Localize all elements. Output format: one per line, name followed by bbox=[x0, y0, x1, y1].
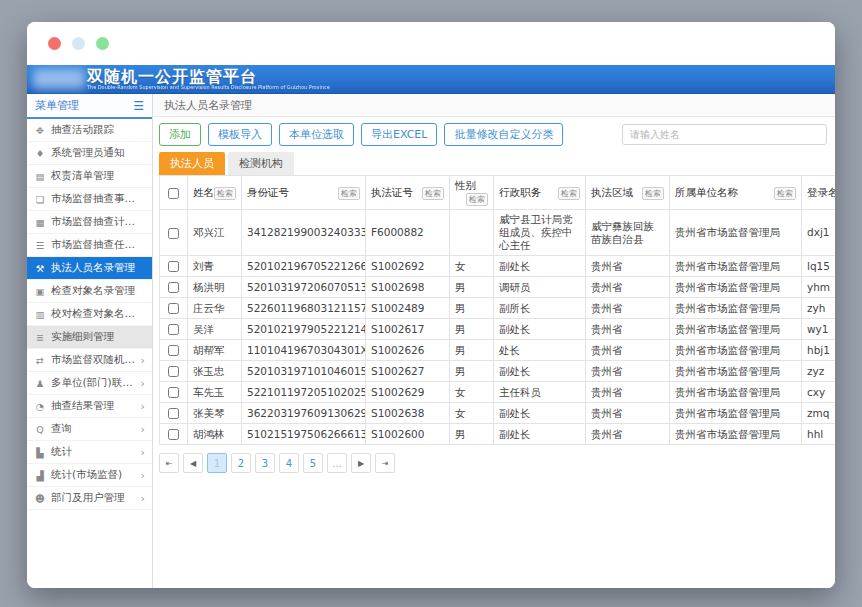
sidebar-item-inspection-target-directory[interactable]: ▣ 检查对象名录管理 bbox=[27, 280, 152, 303]
sidebar-item-law-officer-directory[interactable]: ⚒ 执法人员名录管理 bbox=[27, 257, 152, 280]
column-search-button-gender[interactable]: 检索 bbox=[466, 193, 488, 206]
cell-position: 副所长 bbox=[494, 298, 586, 319]
row-checkbox[interactable] bbox=[168, 366, 179, 377]
cell-name: 邓兴江 bbox=[188, 210, 242, 256]
row-select-cell bbox=[160, 319, 188, 340]
chevron-right-icon: › bbox=[141, 354, 145, 367]
id-badge-icon: ▥ bbox=[34, 309, 46, 320]
row-checkbox[interactable] bbox=[168, 408, 179, 419]
column-header-organization: 所属单位名称检索 bbox=[670, 176, 802, 210]
next-page-button[interactable]: ▶ bbox=[351, 453, 371, 473]
cell-region: 贵州省 bbox=[586, 277, 670, 298]
page-2-button[interactable]: 2 bbox=[231, 453, 251, 473]
cell-login-name: zyz bbox=[802, 361, 836, 382]
sidebar-item-inspection-results[interactable]: ◔ 抽查结果管理 › bbox=[27, 395, 152, 418]
sidebar-item-duty-list-management[interactable]: ▤ 权责清单管理 bbox=[27, 165, 152, 188]
sidebar-item-query[interactable]: Q 查询 › bbox=[27, 418, 152, 441]
row-select-cell bbox=[160, 424, 188, 445]
cell-organization: 贵州省市场监督管理局 bbox=[670, 361, 802, 382]
column-search-button-name[interactable]: 检索 bbox=[214, 187, 236, 200]
cell-name: 张美琴 bbox=[188, 403, 242, 424]
table-row: 车先玉522101197205102025S1002629女主任科员贵州省贵州省… bbox=[160, 382, 836, 403]
column-search-button-region[interactable]: 检索 bbox=[642, 187, 664, 200]
select-own-unit-button[interactable]: 本单位选取 bbox=[279, 123, 354, 146]
row-checkbox[interactable] bbox=[168, 429, 179, 440]
cell-name: 刘青 bbox=[188, 256, 242, 277]
cell-region: 贵州省 bbox=[586, 361, 670, 382]
template-import-button[interactable]: 模板导入 bbox=[208, 123, 272, 146]
row-checkbox[interactable] bbox=[168, 282, 179, 293]
sidebar-item-statistics[interactable]: ▙ 统计 › bbox=[27, 441, 152, 464]
cell-region: 贵州省 bbox=[586, 424, 670, 445]
cell-organization: 贵州省市场监督管理局 bbox=[670, 424, 802, 445]
fullscreen-button[interactable] bbox=[96, 37, 109, 50]
cell-position: 副处长 bbox=[494, 319, 586, 340]
sidebar-item-admin-notice[interactable]: ♦ 系统管理员通知 bbox=[27, 142, 152, 165]
sidebar-item-inspection-tasks-library[interactable]: ☰ 市场监督抽查任务库 bbox=[27, 234, 152, 257]
page-5-button[interactable]: 5 bbox=[303, 453, 323, 473]
export-excel-button[interactable]: 导出EXCEL bbox=[361, 123, 437, 146]
cell-organization: 贵州省市场监督管理局 bbox=[670, 319, 802, 340]
cell-id-number: 520103197206070513 bbox=[242, 277, 366, 298]
sidebar-item-double-random-inspection[interactable]: ⇄ 市场监督双随机抽查 › bbox=[27, 349, 152, 372]
tabs: 执法人员检测机构 bbox=[153, 149, 835, 175]
page-4-button[interactable]: 4 bbox=[279, 453, 299, 473]
cell-organization: 贵州省市场监督管理局 bbox=[670, 210, 802, 256]
cell-id-number: 341282199003240333 bbox=[242, 210, 366, 256]
tab-law-officers[interactable]: 执法人员 bbox=[159, 152, 225, 175]
close-button[interactable] bbox=[48, 37, 61, 50]
sidebar-menu: ✥ 抽查活动跟踪 ♦ 系统管理员通知 ▤ 权责清单管理 ❏ 市场监督抽查事项库 … bbox=[27, 119, 152, 588]
row-checkbox[interactable] bbox=[168, 345, 179, 356]
cell-login-name: dxj1 bbox=[802, 210, 836, 256]
sidebar-item-joint-inspection[interactable]: ♟ 多单位(部门)联合抽查 › bbox=[27, 372, 152, 395]
prev-page-button[interactable]: ◀ bbox=[183, 453, 203, 473]
row-checkbox[interactable] bbox=[168, 228, 179, 239]
column-header-id-number: 身份证号检索 bbox=[242, 176, 366, 210]
sidebar-item-implementation-rules[interactable]: ≣ 实施细则管理 bbox=[27, 326, 152, 349]
breadcrumb-label: 执法人员名录管理 bbox=[164, 98, 252, 113]
column-search-button-license-number[interactable]: 检索 bbox=[422, 187, 444, 200]
cell-license-number: S1002629 bbox=[366, 382, 450, 403]
row-checkbox[interactable] bbox=[168, 261, 179, 272]
cell-name: 杨洪明 bbox=[188, 277, 242, 298]
row-select-cell bbox=[160, 210, 188, 256]
page-3-button[interactable]: 3 bbox=[255, 453, 275, 473]
sidebar-item-inspection-items-library[interactable]: ❏ 市场监督抽查事项库 bbox=[27, 188, 152, 211]
column-search-button-id-number[interactable]: 检索 bbox=[338, 187, 360, 200]
last-page-button[interactable]: ⇥ bbox=[375, 453, 395, 473]
row-select-cell bbox=[160, 403, 188, 424]
sidebar-item-inspection-plans-library[interactable]: ▦ 市场监督抽查计划库 bbox=[27, 211, 152, 234]
row-checkbox[interactable] bbox=[168, 303, 179, 314]
list-card-icon: ▤ bbox=[34, 171, 46, 182]
cell-position: 副处长 bbox=[494, 361, 586, 382]
id-card-icon: ▣ bbox=[34, 286, 46, 297]
cell-gender bbox=[450, 210, 494, 256]
breadcrumb: 执法人员名录管理 bbox=[153, 94, 835, 117]
sidebar-item-target-directory-proofread[interactable]: ▥ 校对检查对象名录库 bbox=[27, 303, 152, 326]
tab-inspection-agencies[interactable]: 检测机构 bbox=[228, 152, 294, 175]
page-1-button[interactable]: 1 bbox=[207, 453, 227, 473]
bell-icon: ♦ bbox=[34, 148, 46, 159]
first-page-button[interactable]: ⇤ bbox=[159, 453, 179, 473]
row-checkbox[interactable] bbox=[168, 387, 179, 398]
add-button[interactable]: 添加 bbox=[159, 123, 201, 146]
sidebar-item-activity-tracking[interactable]: ✥ 抽查活动跟踪 bbox=[27, 119, 152, 142]
name-search-input[interactable] bbox=[622, 124, 827, 145]
table-row: 庄云华522601196803121157S1002489男副所长贵州省贵州省市… bbox=[160, 298, 836, 319]
row-checkbox[interactable] bbox=[168, 324, 179, 335]
sidebar-item-dept-user-management[interactable]: ☻ 部门及用户管理 › bbox=[27, 487, 152, 510]
cell-position: 副处长 bbox=[494, 424, 586, 445]
cell-license-number: S1002692 bbox=[366, 256, 450, 277]
column-search-button-position[interactable]: 检索 bbox=[558, 187, 580, 200]
hamburger-icon[interactable]: ☰ bbox=[133, 99, 144, 113]
cell-position: 处长 bbox=[494, 340, 586, 361]
column-header-gender: 性别检索 bbox=[450, 176, 494, 210]
batch-edit-custom-category-button[interactable]: 批量修改自定义分类 bbox=[444, 123, 563, 146]
table-row: 胡鸿林510215197506266613S1002600男副处长贵州省贵州省市… bbox=[160, 424, 836, 445]
sidebar-item-statistics-market[interactable]: ▟ 统计(市场监督) › bbox=[27, 464, 152, 487]
cell-login-name: lq15 bbox=[802, 256, 836, 277]
cell-gender: 男 bbox=[450, 340, 494, 361]
column-search-button-organization[interactable]: 检索 bbox=[774, 187, 796, 200]
minimize-button[interactable] bbox=[72, 37, 85, 50]
select-all-checkbox[interactable] bbox=[168, 188, 179, 199]
